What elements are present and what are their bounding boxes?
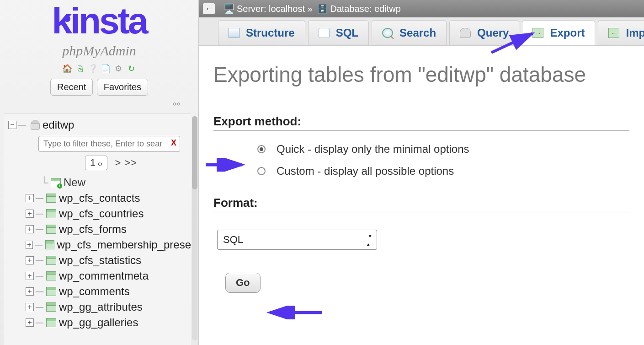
help-icon[interactable]: ❔ [87, 63, 98, 74]
expand-icon[interactable]: + [26, 287, 34, 296]
table-icon [46, 302, 56, 312]
structure-icon [229, 28, 240, 38]
tree-new-item[interactable]: └ New [4, 175, 191, 190]
tree-table-item[interactable]: +─wp_comments [4, 284, 191, 299]
scrollbar-thumb[interactable] [192, 116, 197, 189]
tree-connector: ─ [36, 207, 43, 220]
content-area: Exporting tables from "editwp" database … [199, 46, 644, 309]
breadcrumb: ← 🖥️ Server: localhost » 🗄️ Database: ed… [199, 0, 644, 17]
radio-quick-row[interactable]: Quick - display only the minimal options [257, 143, 629, 156]
tree-table-item[interactable]: +─wp_cfs_forms [4, 221, 191, 237]
database-icon [31, 120, 40, 130]
format-label: Format: [213, 196, 629, 212]
table-icon [46, 194, 56, 203]
tree-table-item[interactable]: +─wp_cfs_contacts [4, 190, 191, 206]
link-icon[interactable]: ⚯ [0, 96, 198, 111]
table-label: wp_gg_attributes [59, 301, 143, 313]
tree-connector: ─ [36, 301, 43, 313]
radio-quick-label: Quick - display only the minimal options [277, 143, 469, 156]
tree-pager: 1 > >> [31, 156, 191, 170]
tree-table-item[interactable]: +─wp_gg_attributes [4, 299, 191, 315]
tab-export[interactable]: Export [522, 20, 595, 45]
home-icon[interactable]: 🏠 [62, 63, 73, 74]
table-label: wp_cfs_contacts [59, 192, 140, 205]
page-title: Exporting tables from "editwp" database [213, 62, 629, 87]
export-icon [532, 28, 543, 38]
radio-custom-row[interactable]: Custom - display all possible options [257, 165, 629, 178]
tab-label: Search [399, 27, 436, 39]
tree-connector: ─ [36, 285, 43, 298]
breadcrumb-server-name[interactable]: localhost [269, 4, 305, 14]
table-icon [46, 318, 56, 327]
table-label: wp_cfs_countries [59, 207, 144, 220]
sql-icon [319, 28, 330, 38]
table-label: wp_cfs_membership_prese [57, 238, 191, 251]
sidebar-toolbar: 🏠 ⎘ ❔ 📄 ⚙ ↻ [0, 63, 198, 74]
tree-filter: X [38, 136, 180, 152]
tab-structure[interactable]: Structure [218, 20, 305, 45]
tree-connector: └ [40, 176, 48, 189]
tab-label: Export [550, 27, 585, 39]
expand-icon[interactable]: + [26, 194, 34, 202]
search-icon [382, 28, 393, 38]
table-icon [45, 240, 54, 249]
tab-query[interactable]: Query [449, 20, 519, 45]
expand-icon[interactable]: + [26, 318, 34, 327]
go-button[interactable]: Go [225, 273, 261, 293]
collapse-icon[interactable]: − [8, 121, 16, 129]
tree-db-node[interactable]: − ─ editwp [4, 119, 191, 133]
page-select[interactable]: 1 [85, 156, 107, 170]
export-method-label: Export method: [213, 114, 629, 131]
tree-table-item[interactable]: +─wp_commentmeta [4, 268, 191, 284]
server-icon: 🖥️ [224, 3, 235, 14]
tree-table-item[interactable]: +─wp_cfs_statistics [4, 253, 191, 268]
favorites-button[interactable]: Favorites [97, 79, 148, 96]
table-label: wp_cfs_forms [59, 223, 127, 236]
expand-icon[interactable]: + [26, 303, 34, 311]
brand-subtitle: phpMyAdmin [0, 43, 198, 59]
tree-connector: ─ [36, 254, 43, 267]
database-icon: 🗄️ [317, 3, 328, 14]
tree-scrollbar[interactable] [192, 116, 197, 340]
tab-bar: Structure SQL Search Query Export Import [199, 17, 644, 46]
reload-icon[interactable]: ↻ [126, 63, 137, 74]
tab-search[interactable]: Search [372, 20, 447, 45]
tab-label: Query [477, 27, 509, 39]
table-icon [46, 256, 56, 265]
pager-next-button[interactable]: > >> [115, 157, 137, 168]
tree-connector: ─ [36, 270, 43, 282]
tree-connector: ─ [35, 238, 43, 251]
tree-table-item[interactable]: +─wp_cfs_countries [4, 206, 191, 221]
tab-import[interactable]: Import [598, 20, 644, 45]
filter-input[interactable] [38, 136, 180, 152]
expand-icon[interactable]: + [26, 241, 33, 249]
tree-table-item[interactable]: +─wp_gg_galleries [4, 315, 191, 330]
back-button[interactable]: ← [202, 3, 215, 15]
radio-custom[interactable] [257, 167, 266, 175]
tab-sql[interactable]: SQL [308, 20, 369, 45]
expand-icon[interactable]: + [26, 256, 34, 264]
clear-filter-icon[interactable]: X [171, 138, 176, 148]
radio-quick[interactable] [257, 145, 266, 153]
settings-icon[interactable]: ⚙ [113, 63, 124, 74]
table-icon [46, 225, 56, 234]
db-tree: − ─ editwp X 1 > >> └ New +─wp_cfs_conta… [4, 113, 191, 345]
tab-label: Structure [246, 27, 295, 39]
expand-icon[interactable]: + [26, 272, 34, 280]
recent-button[interactable]: Recent [50, 79, 93, 96]
tree-connector: ─ [18, 119, 26, 131]
logout-icon[interactable]: ⎘ [75, 63, 85, 74]
recent-favorites-bar: Recent Favorites [0, 79, 198, 96]
format-select[interactable]: SQL [217, 230, 377, 250]
tab-label: Import [626, 27, 644, 39]
breadcrumb-db-name[interactable]: editwp [374, 4, 401, 14]
table-label: wp_comments [59, 285, 130, 298]
docs-icon[interactable]: 📄 [100, 63, 111, 74]
tree-table-item[interactable]: +─wp_cfs_membership_prese [4, 237, 191, 253]
import-icon [608, 28, 619, 38]
expand-icon[interactable]: + [26, 225, 34, 233]
breadcrumb-db-label: Database: [330, 4, 372, 14]
expand-icon[interactable]: + [26, 210, 34, 218]
tree-connector: ─ [36, 316, 43, 329]
table-icon [46, 209, 56, 218]
